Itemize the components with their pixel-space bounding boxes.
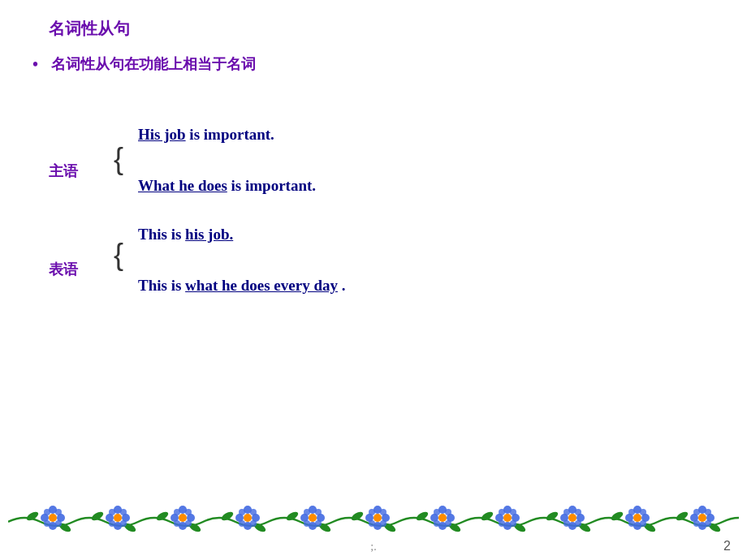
content-area: 主语 { His job is important. What he does … <box>0 80 747 296</box>
svg-point-93 <box>499 509 505 515</box>
svg-point-92 <box>510 520 516 527</box>
sentence-3-before: This is <box>138 226 185 243</box>
svg-point-101 <box>575 520 581 527</box>
page-number: 2 <box>723 539 731 554</box>
sentence-4-underlined: what he does every day <box>185 277 338 294</box>
subject-brace: { <box>114 125 138 192</box>
svg-point-28 <box>55 509 62 515</box>
svg-point-108 <box>633 514 641 522</box>
svg-point-31 <box>44 520 50 527</box>
svg-point-74 <box>380 520 386 527</box>
svg-point-119 <box>705 520 711 527</box>
svg-point-65 <box>315 520 322 527</box>
sentence-3-underlined: his job. <box>185 226 233 243</box>
svg-point-112 <box>628 520 635 527</box>
svg-point-63 <box>309 514 317 522</box>
predicate-group: 表语 { This is his job. This is what he do… <box>0 221 747 296</box>
sentence-1-underlined: His job <box>138 126 186 143</box>
predicate-sentences: This is his job. This is what he does ev… <box>138 221 345 296</box>
svg-point-57 <box>239 509 245 515</box>
bullet-dot: • <box>32 55 38 74</box>
svg-point-49 <box>174 520 180 527</box>
bullet-text: 名词性从句在功能上相当于名词 <box>51 54 256 74</box>
svg-point-82 <box>445 509 451 515</box>
svg-point-120 <box>693 509 700 515</box>
subject-sentences: His job is important. What he does is im… <box>138 121 316 196</box>
svg-point-46 <box>185 509 192 515</box>
svg-point-45 <box>179 514 187 522</box>
svg-point-76 <box>369 520 375 527</box>
page-title: 名词性从句 <box>0 0 747 48</box>
slide-dots: ;. <box>370 541 376 554</box>
svg-point-117 <box>698 514 706 522</box>
svg-point-48 <box>174 509 180 515</box>
sentence-2-underlined: What he does <box>138 177 227 194</box>
subject-group: 主语 { His job is important. What he does … <box>0 121 747 196</box>
predicate-label: 表语 <box>49 252 114 279</box>
svg-point-47 <box>185 520 192 527</box>
svg-point-121 <box>693 520 700 527</box>
svg-point-66 <box>304 509 310 515</box>
svg-point-39 <box>109 509 115 515</box>
sentence-4-before: This is <box>138 277 185 294</box>
svg-point-73 <box>380 509 386 515</box>
svg-point-103 <box>563 520 570 527</box>
svg-point-99 <box>568 514 576 522</box>
svg-point-58 <box>239 520 245 527</box>
svg-point-36 <box>114 514 122 522</box>
svg-point-67 <box>304 520 310 527</box>
sentence-2: What he does is important. <box>138 175 316 197</box>
bullet-section: • 名词性从句在功能上相当于名词 <box>0 48 747 80</box>
sentence-3: This is his job. <box>138 224 345 246</box>
svg-point-90 <box>503 514 512 522</box>
svg-point-111 <box>628 509 635 515</box>
sentence-4-after: . <box>342 277 346 294</box>
svg-point-29 <box>55 520 62 527</box>
svg-point-83 <box>445 520 451 527</box>
svg-point-94 <box>499 520 505 527</box>
svg-point-54 <box>244 514 252 522</box>
svg-point-37 <box>120 509 127 515</box>
svg-point-30 <box>44 509 50 515</box>
svg-point-64 <box>315 509 322 515</box>
svg-point-72 <box>374 514 382 522</box>
svg-point-109 <box>640 509 646 515</box>
svg-point-110 <box>640 520 646 527</box>
svg-point-118 <box>705 509 711 515</box>
sentence-1: His job is important. <box>138 124 316 146</box>
subject-label: 主语 <box>49 153 114 181</box>
svg-point-81 <box>438 514 447 522</box>
sentence-2-after: is important. <box>231 177 317 194</box>
svg-point-102 <box>563 509 570 515</box>
svg-point-84 <box>434 509 440 515</box>
svg-point-91 <box>510 509 516 515</box>
svg-point-56 <box>250 520 257 527</box>
sentence-4: This is what he does every day . <box>138 275 345 297</box>
floral-decoration <box>0 491 747 540</box>
svg-point-55 <box>250 509 257 515</box>
svg-point-38 <box>120 520 127 527</box>
svg-point-75 <box>369 509 375 515</box>
predicate-brace: { <box>114 221 138 287</box>
svg-point-100 <box>575 509 581 515</box>
svg-point-40 <box>109 520 115 527</box>
svg-point-27 <box>49 514 57 522</box>
sentence-1-after: is important. <box>189 126 274 143</box>
flower-border-svg <box>8 493 739 538</box>
svg-point-85 <box>434 520 440 527</box>
